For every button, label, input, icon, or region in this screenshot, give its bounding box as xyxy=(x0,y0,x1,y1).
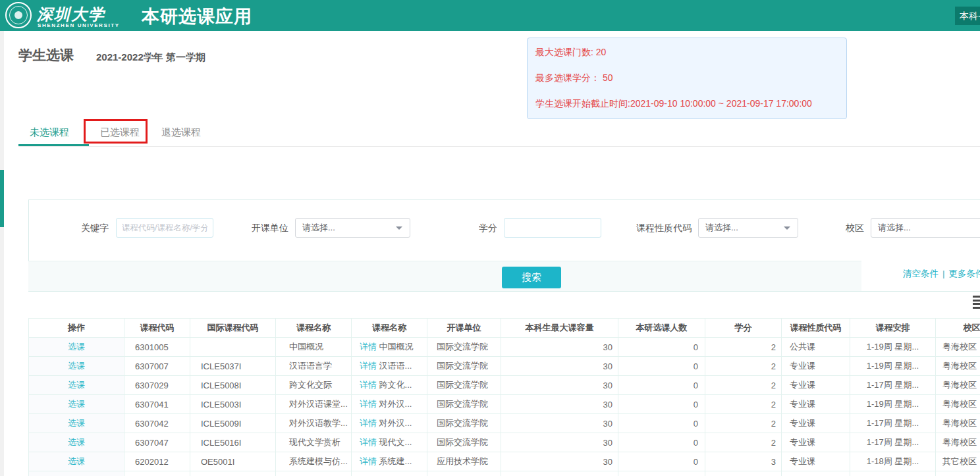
course-table-wrap: 操作课程代码国际课程代码课程名称课程名称开课单位本科生最大课容量本研选课人数学分… xyxy=(28,318,980,476)
credits-cell: 2 xyxy=(705,357,782,376)
action-cell: 选课 xyxy=(29,452,124,471)
enrolled-count-cell: 0 xyxy=(618,376,705,395)
course-type-label: 课程性质代码 xyxy=(636,223,692,234)
intl-course-code-cell: ICLE5016I xyxy=(190,433,276,452)
page-title: 学生选课 xyxy=(18,46,74,65)
enrolled-count-cell: 0 xyxy=(618,338,705,357)
course-name-cell xyxy=(276,471,352,476)
select-course-link[interactable]: 选课 xyxy=(68,342,85,352)
course-table: 操作课程代码国际课程代码课程名称课程名称开课单位本科生最大课容量本研选课人数学分… xyxy=(28,318,980,476)
department-label: 开课单位 xyxy=(252,223,288,234)
chevron-down-icon xyxy=(784,226,790,230)
course-detail-cell: 详情 对外汉... xyxy=(352,414,427,433)
department-cell: 国际交流学院 xyxy=(427,414,501,433)
select-course-link[interactable]: 选课 xyxy=(68,361,85,371)
table-header-cell: 校区 xyxy=(936,319,980,338)
action-cell: 选课 xyxy=(29,414,124,433)
action-cell: 选课 xyxy=(29,338,124,357)
credits-label: 学分 xyxy=(479,223,497,234)
schedule-cell: 1-19周 星期... xyxy=(850,357,936,376)
course-name-cell: 对外汉语课堂... xyxy=(276,395,352,414)
detail-link[interactable]: 详情 xyxy=(360,456,377,466)
table-header-cell: 课程名称 xyxy=(352,319,427,338)
tab-dropped-courses[interactable]: 退选课程 xyxy=(161,126,201,139)
search-panel-footer xyxy=(28,261,861,291)
credits-input[interactable] xyxy=(504,218,601,238)
course-type-cell: 专业课 xyxy=(782,357,850,376)
action-cell xyxy=(29,471,124,476)
table-header-cell: 课程代码 xyxy=(124,319,190,338)
column-menu-icon[interactable] xyxy=(973,296,980,310)
university-name-en: SHENZHEN UNIVERSITY xyxy=(38,22,120,28)
department-cell: 国际交流学院 xyxy=(427,395,501,414)
course-code-cell xyxy=(124,471,190,476)
select-course-link[interactable]: 选课 xyxy=(68,456,85,466)
table-row: 选课6307007ICLE5037I汉语语言学详情 汉语语...国际交流学院30… xyxy=(29,357,980,376)
campus-cell: 粤海校区 xyxy=(936,414,980,433)
campus-cell: 粤海校区 xyxy=(936,338,980,357)
action-cell: 选课 xyxy=(29,376,124,395)
credits-cell: 2 xyxy=(705,376,782,395)
campus-select[interactable]: 请选择... xyxy=(871,218,980,238)
search-button[interactable]: 搜索 xyxy=(502,267,561,288)
role-switch-badge[interactable]: 本科- xyxy=(955,7,980,25)
course-type-cell: 专业课 xyxy=(782,452,850,471)
clear-conditions-link[interactable]: 清空条件 xyxy=(903,269,939,278)
course-type-cell xyxy=(782,471,850,476)
schedule-cell xyxy=(850,471,936,476)
table-header-cell: 学分 xyxy=(705,319,782,338)
detail-link[interactable]: 详情 xyxy=(360,342,377,352)
table-row: 选课6307042ICLE5009I对外汉语教学...详情 对外汉...国际交流… xyxy=(29,414,980,433)
table-row: 选课6307041ICLE5003I对外汉语课堂...详情 对外汉...国际交流… xyxy=(29,395,980,414)
schedule-cell: 1-17周 星期... xyxy=(850,376,936,395)
course-detail-cell xyxy=(352,471,427,476)
credits-cell: 2 xyxy=(705,338,782,357)
enrolled-count-cell: 0 xyxy=(618,452,705,471)
table-header-cell: 本研选课人数 xyxy=(618,319,705,338)
intl-course-code-cell: ICLE5003I xyxy=(190,395,276,414)
course-code-cell: 6307047 xyxy=(124,433,190,452)
keyword-label: 关键字 xyxy=(81,223,109,234)
department-cell: 国际交流学院 xyxy=(427,376,501,395)
vertical-scrollbar-thumb[interactable] xyxy=(0,170,4,227)
select-course-link[interactable]: 选课 xyxy=(68,399,85,409)
detail-link[interactable]: 详情 xyxy=(360,361,377,371)
course-type-select[interactable]: 请选择... xyxy=(698,218,798,238)
max-capacity-cell: 30 xyxy=(501,433,618,452)
schedule-cell: 1-19周 星期... xyxy=(850,338,936,357)
annotation-highlight-box xyxy=(84,119,148,144)
more-conditions-link[interactable]: 更多条件 xyxy=(949,269,980,278)
course-type-cell: 专业课 xyxy=(782,395,850,414)
department-cell: 国际交流学院 xyxy=(427,433,501,452)
schedule-cell: 1-17周 星期... xyxy=(850,433,936,452)
course-name-cell: 系统建模与仿... xyxy=(276,452,352,471)
enrolled-count-cell: 0 xyxy=(618,414,705,433)
intl-course-code-cell xyxy=(190,338,276,357)
course-code-cell: 6307007 xyxy=(124,357,190,376)
detail-link[interactable]: 详情 xyxy=(360,418,377,428)
keyword-input[interactable] xyxy=(116,218,213,238)
schedule-cell: 1-18周 星期... xyxy=(850,452,936,471)
campus-label: 校区 xyxy=(846,223,864,234)
tab-unselected-courses[interactable]: 未选课程 xyxy=(30,126,69,139)
max-capacity-cell: 30 xyxy=(501,452,618,471)
detail-link[interactable]: 详情 xyxy=(360,437,377,447)
select-course-link[interactable]: 选课 xyxy=(68,380,85,390)
select-course-link[interactable]: 选课 xyxy=(68,418,85,428)
table-row: 选课6307047ICLE5016I现代文学赏析详情 现代文...国际交流学院3… xyxy=(29,433,980,452)
course-detail-cell: 详情 系统建... xyxy=(352,452,427,471)
notice-max-credits: 最多选课学分： 50 xyxy=(535,72,838,84)
department-select[interactable]: 请选择... xyxy=(295,218,410,238)
course-code-cell: 6307041 xyxy=(124,395,190,414)
detail-link[interactable]: 详情 xyxy=(360,380,377,390)
detail-link[interactable]: 详情 xyxy=(360,399,377,409)
table-header-cell: 操作 xyxy=(29,319,124,338)
course-code-cell: 6202012 xyxy=(124,452,190,471)
table-header-cell: 课程名称 xyxy=(276,319,352,338)
course-name-cell: 跨文化交际 xyxy=(276,376,352,395)
select-course-link[interactable]: 选课 xyxy=(68,437,85,447)
intl-course-code-cell: ICLE5037I xyxy=(190,357,276,376)
course-type-cell: 专业课 xyxy=(782,376,850,395)
vertical-scrollbar-track[interactable] xyxy=(0,31,4,476)
intl-course-code-cell xyxy=(190,471,276,476)
